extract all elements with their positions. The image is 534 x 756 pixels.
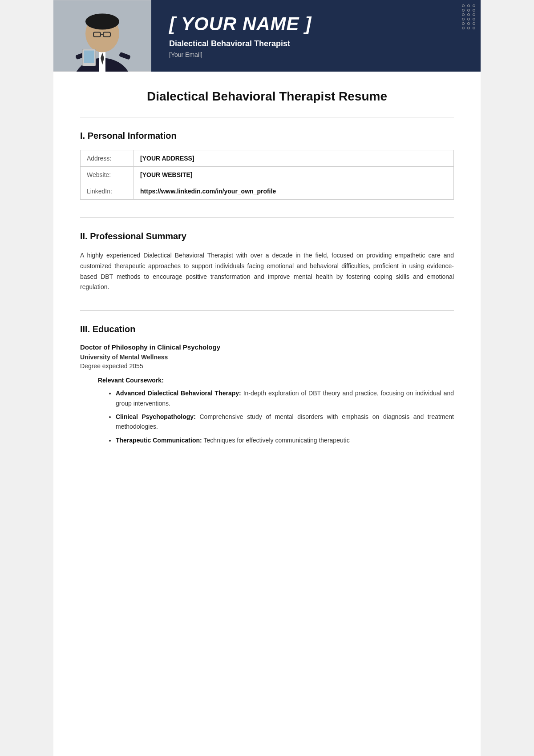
dot	[473, 4, 475, 7]
dot	[467, 18, 470, 20]
coursework-list: Advanced Dialectical Behavioral Therapy:…	[116, 388, 454, 445]
dot	[467, 13, 470, 16]
dot	[473, 13, 475, 16]
dot	[473, 18, 475, 20]
divider-3	[80, 310, 454, 311]
dots-decoration	[462, 4, 476, 29]
dot	[473, 27, 475, 29]
info-value: [YOUR WEBSITE]	[134, 167, 454, 183]
dot	[462, 9, 465, 12]
header-info: [ YOUR NAME ] Dialectical Behavioral The…	[151, 0, 481, 72]
info-label: LinkedIn:	[81, 183, 134, 200]
personal-info-table: Address:[YOUR ADDRESS]Website:[YOUR WEBS…	[80, 150, 454, 200]
divider-2	[80, 217, 454, 218]
info-label: Address:	[81, 150, 134, 167]
personal-info-heading: I. Personal Information	[80, 131, 454, 141]
professional-summary-section: II. Professional Summary A highly experi…	[80, 231, 454, 293]
summary-text: A highly experienced Dialectical Behavio…	[80, 250, 454, 293]
dot	[467, 9, 470, 12]
education-heading: III. Education	[80, 324, 454, 334]
dot	[467, 22, 470, 25]
education-section: III. Education Doctor of Philosophy in C…	[80, 324, 454, 445]
dot	[462, 4, 465, 7]
header-name: [ YOUR NAME ]	[169, 13, 467, 35]
info-value: [YOUR ADDRESS]	[134, 150, 454, 167]
main-content: Dialectical Behavioral Therapist Resume …	[53, 72, 481, 481]
header-title: Dialectical Behavioral Therapist	[169, 39, 467, 48]
professional-summary-heading: II. Professional Summary	[80, 231, 454, 241]
list-item: Advanced Dialectical Behavioral Therapy:…	[116, 388, 454, 408]
svg-point-5	[85, 14, 119, 30]
info-label: Website:	[81, 167, 134, 183]
dot	[473, 22, 475, 25]
page-title: Dialectical Behavioral Therapist Resume	[80, 89, 454, 104]
divider-top	[80, 117, 454, 117]
table-row: LinkedIn:https://www.linkedin.com/in/you…	[81, 183, 454, 200]
header-email: [Your Email]	[169, 51, 467, 58]
list-item: Therapeutic Communication: Techniques fo…	[116, 435, 454, 445]
table-row: Address:[YOUR ADDRESS]	[81, 150, 454, 167]
coursework-label: Relevant Coursework:	[98, 377, 454, 384]
table-row: Website:[YOUR WEBSITE]	[81, 167, 454, 183]
dot	[462, 13, 465, 16]
dot	[462, 18, 465, 20]
dot	[467, 4, 470, 7]
svg-rect-12	[84, 51, 94, 63]
dot	[467, 27, 470, 29]
edu-degree: Doctor of Philosophy in Clinical Psychol…	[80, 343, 454, 351]
profile-photo	[53, 0, 151, 72]
edu-university: University of Mental Wellness	[80, 354, 454, 361]
dot	[462, 22, 465, 25]
info-value: https://www.linkedin.com/in/your_own_pro…	[134, 183, 454, 200]
dot	[462, 27, 465, 29]
list-item: Clinical Psychopathology: Comprehensive …	[116, 412, 454, 432]
resume-page: [ YOUR NAME ] Dialectical Behavioral The…	[53, 0, 481, 756]
edu-date: Degree expected 2055	[80, 362, 454, 370]
dot	[473, 9, 475, 12]
header: [ YOUR NAME ] Dialectical Behavioral The…	[53, 0, 481, 72]
personal-info-section: I. Personal Information Address:[YOUR AD…	[80, 131, 454, 200]
